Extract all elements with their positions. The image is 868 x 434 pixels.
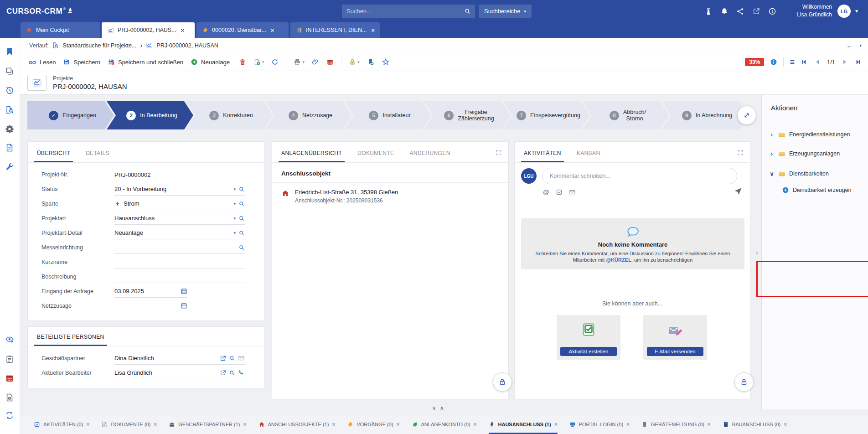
close-icon[interactable]: ×: [243, 421, 247, 428]
field-value[interactable]: 20 - In Vorbereitung: [114, 186, 231, 192]
field-value[interactable]: Lisa Gründlich: [114, 369, 217, 376]
read-button[interactable]: Lesen: [28, 58, 56, 66]
send-comment-icon[interactable]: [734, 186, 743, 196]
field-aktueller-bearbeiter[interactable]: Aktueller Bearbeiter Lisa Gründlich: [28, 366, 264, 380]
previous-record-icon[interactable]: [814, 58, 821, 66]
lookup-search-icon[interactable]: [238, 215, 245, 222]
comment-input[interactable]: [542, 168, 737, 184]
dock-tab-vorgaenge[interactable]: VORGÄNGE (0) ×: [347, 416, 399, 434]
action-group-energiedienstleistungen[interactable]: › Energiedienstleistungen: [762, 129, 868, 140]
tab-0000020-dienstbarkeit[interactable]: 0000020, Dienstbar... ×: [196, 22, 289, 38]
info-icon[interactable]: [770, 58, 777, 66]
save-button[interactable]: Speichern: [63, 58, 100, 66]
tab-beteiligte-personen[interactable]: BETEILIGTE PERSONEN: [37, 334, 104, 346]
dropdown-chevron-icon[interactable]: ▾: [233, 216, 236, 221]
close-icon[interactable]: ×: [554, 421, 558, 428]
tab-kanban[interactable]: KANBAN: [577, 150, 600, 162]
close-icon[interactable]: ×: [474, 421, 477, 428]
field-kurzname[interactable]: Kurzname: [28, 255, 264, 269]
field-projektart[interactable]: Projektart Hausanschluss ▾: [28, 211, 264, 226]
next-record-icon[interactable]: [841, 58, 848, 66]
breadcrumb-item-search[interactable]: Standardsuche für Projekte...: [62, 42, 136, 49]
create-activity-card[interactable]: Aktivität erstellen: [557, 315, 620, 360]
field-messeinrichtung[interactable]: Messeinrichtung: [28, 240, 264, 255]
delete-button[interactable]: [239, 58, 246, 66]
stepper-expand-button[interactable]: [738, 106, 756, 124]
last-record-icon[interactable]: [854, 58, 862, 66]
first-record-icon[interactable]: [801, 58, 808, 66]
field-netzzusage[interactable]: Netzzusage: [28, 299, 264, 313]
close-icon[interactable]: ×: [154, 421, 157, 428]
step-installateur[interactable]: 5 Installateur: [345, 101, 431, 129]
calendar-button[interactable]: [326, 58, 334, 66]
save-and-close-button[interactable]: Speichern und schließen: [108, 58, 183, 66]
step-abbruch-storno[interactable]: 8 Abbruch/Storno: [583, 101, 669, 129]
document-settings-icon[interactable]: [5, 393, 15, 403]
more-options-icon[interactable]: [768, 7, 776, 16]
step-netzzusage[interactable]: 4 Netzzusage: [265, 101, 352, 129]
tab-prj-0000002[interactable]: PRJ-0000002, HAUS... ×: [102, 22, 195, 38]
dock-tab-dokumente[interactable]: DOKUMENTE (0) ×: [101, 416, 157, 434]
mail-icon[interactable]: [569, 189, 576, 196]
collapse-dock-icon[interactable]: ∨: [432, 405, 436, 411]
calendar-icon[interactable]: [181, 288, 187, 294]
field-status[interactable]: Status 20 - In Vorbereitung ▾: [28, 182, 264, 196]
settings-gear-icon[interactable]: [5, 124, 15, 134]
tab-details[interactable]: DETAILS: [86, 150, 109, 162]
global-search-input[interactable]: [342, 8, 464, 15]
field-value[interactable]: Dina Dienstlich: [114, 355, 217, 362]
lookup-search-icon[interactable]: [238, 201, 245, 207]
anschlussobjekt-list-item[interactable]: Friedrich-List-Straße 31, 35398 Gießen A…: [272, 182, 508, 210]
share-icon[interactable]: [736, 7, 744, 16]
action-group-erzeugungsanlagen[interactable]: › Erzeugungsanlagen: [762, 148, 868, 160]
field-projektart-detail[interactable]: Projektart-Detail Neuanlage ▾: [28, 226, 264, 240]
open-record-icon[interactable]: [220, 355, 226, 362]
back-arrow-icon[interactable]: ←: [846, 41, 853, 49]
mail-icon[interactable]: [238, 355, 245, 362]
task-checkbox-icon[interactable]: [556, 189, 563, 196]
field-geschaeftspartner[interactable]: Geschäftspartner Dina Dienstlich: [28, 351, 264, 366]
close-icon[interactable]: ×: [371, 27, 375, 34]
history-dropdown-chevron-icon[interactable]: ▾: [859, 43, 862, 48]
step-freigabe-zaehlersetzung[interactable]: 6 FreigabeZählersetzung: [424, 101, 511, 129]
copy-record-button[interactable]: ▾: [253, 58, 264, 66]
send-email-card[interactable]: E-Mail versenden: [643, 315, 707, 360]
dock-tab-geschaeftspartner[interactable]: GESCHÄFTSPARTNER (1) ×: [169, 416, 246, 434]
field-eingang-der-anfrage[interactable]: Eingang der Anfrage 03.09.2025: [28, 284, 264, 299]
lookup-search-icon[interactable]: [238, 186, 245, 192]
close-icon[interactable]: ×: [396, 421, 399, 428]
lookup-search-icon[interactable]: [229, 370, 235, 376]
tab-interessent[interactable]: INTERESSENT, DIEN... ×: [290, 22, 380, 38]
lock-panel-button[interactable]: [734, 372, 754, 392]
dropdown-chevron-icon[interactable]: ▾: [233, 187, 236, 191]
tree-chevron-collapsed-icon[interactable]: ›: [769, 150, 775, 157]
print-button[interactable]: ▾: [294, 58, 305, 66]
user-menu-chevron-down-icon[interactable]: ▾: [855, 8, 858, 14]
lookup-search-icon[interactable]: [238, 244, 245, 251]
notes-clipboard-icon[interactable]: [5, 355, 15, 365]
dropdown-chevron-icon[interactable]: ▾: [233, 231, 236, 235]
chevron-down-icon[interactable]: ▾: [302, 60, 305, 64]
watchlist-eye-icon[interactable]: [5, 335, 15, 345]
field-sparte[interactable]: Sparte Strom ▾: [28, 196, 264, 211]
tab-mein-cockpit[interactable]: Mein Cockpit: [21, 22, 100, 38]
dock-tab-geraetemeldung[interactable]: GERÄTEMELDUNG (0) ×: [641, 416, 711, 434]
dock-tab-anschlussobjekte[interactable]: ANSCHLUSSOBJEKTE (1) ×: [258, 416, 336, 434]
dock-tab-bauanschluss[interactable]: BAUANSCHLUSS (0) ×: [723, 416, 787, 434]
window-panels-icon[interactable]: [5, 67, 15, 77]
refresh-button[interactable]: [271, 58, 279, 66]
lookup-search-icon[interactable]: [238, 230, 245, 236]
tools-wrench-icon[interactable]: [5, 162, 15, 172]
field-value[interactable]: Hausanschluss: [114, 215, 231, 222]
organizer-calendar-icon[interactable]: [5, 374, 15, 384]
tab-aktivitaeten[interactable]: AKTIVITÄTEN: [524, 150, 561, 162]
send-email-button[interactable]: E-Mail versenden: [647, 347, 703, 356]
attachment-button[interactable]: [312, 58, 319, 66]
add-bookmark-button[interactable]: [367, 58, 374, 66]
tab-uebersicht[interactable]: ÜBERSICHT: [37, 150, 70, 162]
collapse-actions-panel-chevron[interactable]: ›: [753, 245, 760, 259]
close-icon[interactable]: ×: [181, 27, 185, 34]
dock-tab-anlagenkonto[interactable]: ANLAGENKONTO (0) ×: [412, 416, 477, 434]
favorite-button[interactable]: [382, 58, 390, 66]
anschlussobjekt-address[interactable]: Friedrich-List-Straße 31, 35398 Gießen: [295, 188, 398, 196]
